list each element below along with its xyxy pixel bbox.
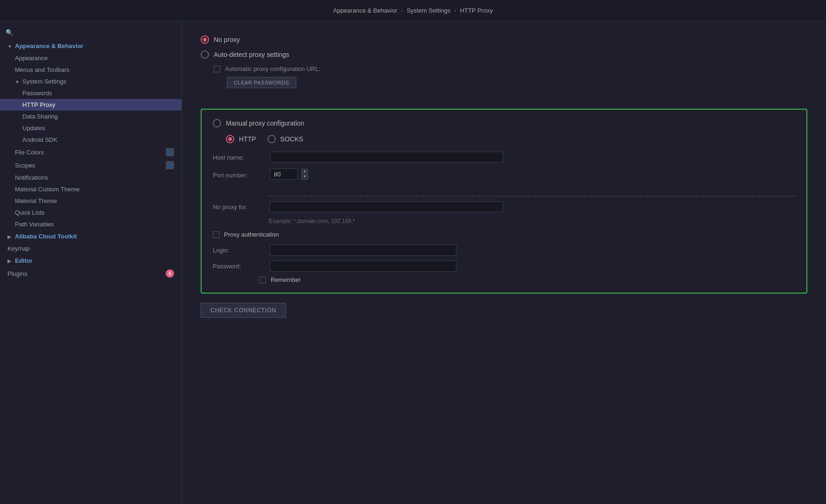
breadcrumb-system: System Settings bbox=[406, 7, 450, 14]
plugins-badge: 6 bbox=[166, 269, 174, 278]
password-label: Password: bbox=[213, 263, 264, 270]
no-proxy-example: Example: *.domain.com, 192.168.* bbox=[269, 218, 795, 224]
check-connection-button[interactable]: CHECK CONNECTION bbox=[201, 303, 286, 318]
password-row: Password: bbox=[213, 260, 795, 272]
sidebar-item-quick-lists[interactable]: Quick Lists bbox=[0, 207, 182, 218]
auto-detect-option[interactable]: Auto-detect proxy settings bbox=[201, 50, 807, 59]
manual-proxy-box: Manual proxy configuration HTTP SOCKS Ho… bbox=[201, 109, 807, 294]
expand-arrow-editor: ▶ bbox=[7, 259, 14, 264]
socks-radio[interactable] bbox=[267, 135, 276, 143]
host-name-label: Host name: bbox=[213, 154, 264, 161]
sidebar-item-path-variables[interactable]: Path Variables bbox=[0, 218, 182, 230]
expand-arrow-alibaba: ▶ bbox=[7, 234, 14, 239]
breadcrumb-appearance: Appearance & Behavior bbox=[333, 7, 397, 14]
http-radio[interactable] bbox=[226, 135, 234, 143]
sidebar-item-passwords[interactable]: Passwords bbox=[0, 87, 182, 99]
auto-config-url-checkbox[interactable] bbox=[214, 66, 220, 72]
proxy-auth-label: Proxy authentication bbox=[224, 231, 279, 238]
socks-label: SOCKS bbox=[280, 135, 303, 143]
no-proxy-label: No proxy bbox=[214, 36, 240, 43]
sidebar-search-bar[interactable]: 🔍 bbox=[0, 25, 182, 40]
login-input[interactable] bbox=[270, 245, 456, 256]
sidebar-item-material-custom-theme[interactable]: Material Custom Theme bbox=[0, 183, 182, 195]
clear-passwords-button[interactable]: CLEAR PASSWORDS bbox=[227, 77, 296, 88]
manual-proxy-radio[interactable] bbox=[213, 119, 221, 127]
auto-config-url-label: Automatic proxy configuration URL: bbox=[225, 65, 320, 72]
port-number-label: Port number: bbox=[213, 172, 264, 179]
sidebar-item-material-theme[interactable]: Material Theme bbox=[0, 195, 182, 207]
clear-passwords-container: CLEAR PASSWORDS bbox=[214, 77, 807, 98]
port-number-input[interactable] bbox=[270, 168, 298, 180]
no-proxy-for-row: No proxy for: bbox=[213, 201, 795, 212]
http-option[interactable]: HTTP bbox=[226, 135, 256, 143]
settings-content: No proxy Auto-detect proxy settings Auto… bbox=[182, 21, 826, 504]
manual-proxy-label: Manual proxy configuration bbox=[226, 119, 304, 127]
breadcrumb-sep-2: › bbox=[454, 7, 456, 14]
remember-label: Remember bbox=[271, 276, 301, 283]
auto-detect-radio[interactable] bbox=[201, 50, 209, 59]
expand-arrow-appearance-behavior: ▼ bbox=[7, 44, 14, 49]
manual-proxy-header: Manual proxy configuration bbox=[213, 119, 795, 127]
top-bar: Appearance & Behavior › System Settings … bbox=[0, 0, 826, 21]
sidebar-item-scopes[interactable]: Scopes 👤 bbox=[0, 159, 182, 172]
breadcrumb: Appearance & Behavior › System Settings … bbox=[333, 7, 493, 14]
proxy-auth-checkbox[interactable] bbox=[213, 231, 219, 238]
login-label: Login: bbox=[213, 247, 264, 254]
no-proxy-option[interactable]: No proxy bbox=[201, 35, 807, 44]
port-underline-bar bbox=[269, 187, 795, 196]
check-connection-container: CHECK CONNECTION bbox=[201, 303, 807, 318]
sidebar-item-notifications[interactable]: Notifications bbox=[0, 172, 182, 183]
sidebar-item-data-sharing[interactable]: Data Sharing bbox=[0, 111, 182, 122]
no-proxy-for-label: No proxy for: bbox=[213, 203, 264, 210]
host-name-input[interactable] bbox=[270, 152, 503, 163]
expand-arrow-system-settings: ▼ bbox=[15, 79, 21, 84]
sidebar-item-http-proxy[interactable]: HTTP Proxy bbox=[0, 99, 182, 111]
auto-detect-label: Auto-detect proxy settings bbox=[214, 51, 289, 58]
port-input-group: ▲ ▼ bbox=[270, 168, 308, 180]
login-row: Login: bbox=[213, 245, 795, 256]
no-proxy-for-input[interactable] bbox=[270, 201, 503, 212]
sidebar-item-menus-toolbars[interactable]: Menus and Toolbars bbox=[0, 64, 182, 76]
sidebar: 🔍 ▼Appearance & Behavior Appearance Menu… bbox=[0, 21, 182, 504]
sidebar-item-file-colors[interactable]: File Colors 👤 bbox=[0, 146, 182, 159]
port-spinner: ▲ ▼ bbox=[301, 169, 308, 180]
port-down-button[interactable]: ▼ bbox=[301, 175, 308, 180]
http-label: HTTP bbox=[239, 135, 256, 143]
file-colors-icon: 👤 bbox=[166, 148, 174, 156]
main-layout: 🔍 ▼Appearance & Behavior Appearance Menu… bbox=[0, 21, 826, 504]
auto-config-url-row: Automatic proxy configuration URL: bbox=[214, 65, 807, 72]
port-up-button[interactable]: ▲ bbox=[301, 169, 308, 174]
sidebar-item-updates[interactable]: Updates bbox=[0, 122, 182, 134]
breadcrumb-http: HTTP Proxy bbox=[460, 7, 493, 14]
breadcrumb-sep-1: › bbox=[401, 7, 403, 14]
sidebar-item-appearance-behavior[interactable]: ▼Appearance & Behavior bbox=[0, 40, 182, 52]
proxy-auth-row: Proxy authentication bbox=[213, 231, 795, 238]
scopes-icon: 👤 bbox=[166, 161, 174, 169]
sidebar-item-android-sdk[interactable]: Android SDK bbox=[0, 134, 182, 146]
sidebar-item-editor[interactable]: ▶Editor bbox=[0, 254, 182, 267]
sidebar-item-alibaba-cloud-toolkit[interactable]: ▶Alibaba Cloud Toolkit bbox=[0, 230, 182, 243]
sidebar-item-system-settings[interactable]: ▼System Settings bbox=[0, 76, 182, 87]
sidebar-item-plugins[interactable]: Plugins 6 bbox=[0, 267, 182, 280]
remember-checkbox[interactable] bbox=[259, 277, 266, 283]
search-icon: 🔍 bbox=[6, 29, 13, 36]
password-input[interactable] bbox=[270, 260, 456, 272]
sidebar-item-appearance[interactable]: Appearance bbox=[0, 52, 182, 64]
sidebar-item-keymap[interactable]: Keymap bbox=[0, 243, 182, 254]
host-name-row: Host name: bbox=[213, 152, 795, 163]
remember-row: Remember bbox=[259, 276, 795, 283]
socks-option[interactable]: SOCKS bbox=[267, 135, 303, 143]
port-number-row: Port number: ▲ ▼ bbox=[213, 168, 795, 182]
protocol-row: HTTP SOCKS bbox=[226, 135, 795, 143]
port-underline bbox=[269, 187, 795, 196]
no-proxy-radio[interactable] bbox=[201, 35, 209, 44]
